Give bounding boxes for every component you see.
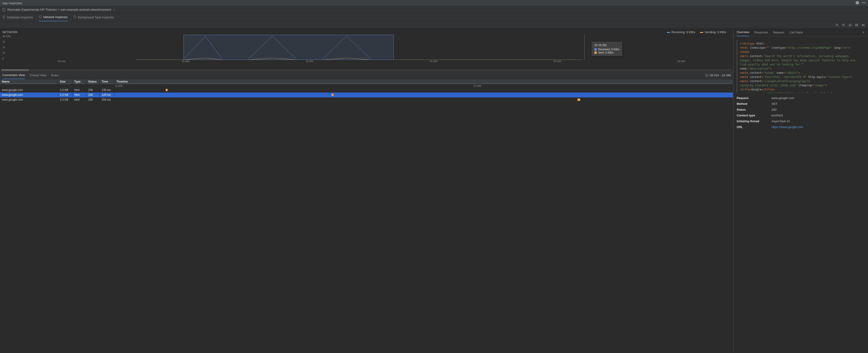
detail-value-status: 200: [771, 108, 865, 111]
selection-rect[interactable]: [184, 35, 394, 60]
detail-key-url: URL: [737, 125, 771, 129]
detail-value-request: www.google.com: [771, 96, 865, 100]
clock-icon: [705, 74, 708, 77]
inspector-tab-network-inspector[interactable]: Network Inspector: [39, 13, 68, 21]
svg-point-2: [3, 16, 5, 18]
title-bar: App Inspection: [0, 0, 868, 6]
column-header-timeline[interactable]: Timeline: [115, 79, 733, 84]
time-range-indicator: 09.918 - 18.398: [705, 73, 731, 77]
zoom-out-button[interactable]: [835, 23, 840, 28]
detail-value-initiating-thread: AsyncTask #1: [771, 120, 865, 123]
detail-key-method: Method: [737, 102, 771, 105]
legend-sending: Sending: 0 KB/s: [700, 30, 726, 34]
view-tab-connection-view[interactable]: Connection View: [2, 71, 25, 79]
inspector-tabs: Database InspectorNetwork InspectorBackg…: [0, 13, 868, 22]
zoom-in-button[interactable]: [841, 23, 846, 28]
detail-pane: OverviewResponseRequestCall Stack✕ <!doc…: [734, 29, 868, 353]
tab-label: Background Task Inspector: [78, 15, 115, 19]
detail-value-method: GET: [771, 102, 865, 105]
detail-key-content-type: Content type: [737, 114, 771, 117]
tab-label: Network Inspector: [43, 15, 68, 19]
device-icon: [2, 8, 6, 11]
detail-value-url[interactable]: https://www.google.com: [771, 125, 865, 129]
x-axis-labels: 05.00010.00015.00020.00025.00030.000: [12, 60, 731, 64]
tab-label: Database Inspector: [7, 15, 33, 19]
column-header-name[interactable]: Name: [0, 79, 58, 84]
chevron-down-icon: [113, 8, 115, 11]
jump-to-latest-button[interactable]: [861, 23, 866, 28]
column-header-type[interactable]: Type: [72, 79, 86, 84]
request-details: Requestwww.google.comMethodGETStatus200C…: [734, 96, 868, 132]
network-title: NETWORK: [2, 30, 18, 34]
detail-tabs: OverviewResponseRequestCall Stack✕: [734, 29, 868, 36]
table-row[interactable]: www.google.com2.0 KBhtml200130 ms: [0, 88, 733, 93]
column-header-size[interactable]: Size: [58, 79, 72, 84]
connection-tabs-row: Connection ViewThread ViewRules 09.918 -…: [0, 71, 733, 79]
svg-point-3: [39, 15, 41, 18]
chart-scrollbar[interactable]: [1, 69, 732, 71]
detail-key-request: Request: [737, 96, 771, 100]
network-chart[interactable]: NETWORK Receiving: 0 KB/s Sending: 0 KB/…: [0, 29, 733, 71]
svg-rect-16: [864, 24, 864, 26]
svg-point-4: [74, 16, 76, 18]
device-label: Resizable Experimental API Tiramisu > co…: [7, 8, 111, 11]
column-header-time[interactable]: Time: [100, 79, 115, 84]
table-row[interactable]: www.google.com2.3 KBhtml200204 ms: [0, 97, 733, 102]
response-body-preview[interactable]: <!doctype html><html itemscope="" itemty…: [737, 40, 865, 93]
svg-rect-1: [3, 8, 5, 11]
network-icon: [39, 15, 42, 19]
view-tab-thread-view[interactable]: Thread View: [29, 71, 46, 79]
table-row[interactable]: www.google.com2.3 KBhtml200129 ms: [0, 93, 733, 97]
legend-receiving: Receiving: 0 KB/s: [667, 30, 695, 34]
minimize-icon[interactable]: [862, 1, 866, 5]
svg-line-6: [838, 26, 839, 26]
gear-icon[interactable]: [856, 1, 859, 5]
device-selector[interactable]: Resizable Experimental API Tiramisu > co…: [0, 6, 868, 13]
close-icon[interactable]: ✕: [862, 31, 865, 34]
svg-line-9: [844, 26, 845, 26]
detail-tab-request[interactable]: Request: [773, 29, 784, 36]
detail-key-status: Status: [737, 108, 771, 111]
inspector-tab-background-task-inspector[interactable]: Background Task Inspector: [73, 13, 115, 21]
reset-zoom-button[interactable]: [847, 23, 853, 28]
window-title: App Inspection: [2, 1, 22, 5]
hover-tooltip: 00:26.092 Received: 0 KB/sSent: 0 KB/s: [592, 42, 622, 56]
view-tab-rules[interactable]: Rules: [51, 71, 59, 79]
database-icon: [2, 15, 6, 19]
svg-rect-0: [862, 3, 866, 3]
timeline-toolbar: [0, 22, 868, 29]
connections-table: NameSizeTypeStatusTimeTimeline 10.00015.…: [0, 79, 733, 353]
detail-tab-response[interactable]: Response: [754, 29, 768, 36]
column-header-status[interactable]: Status: [86, 79, 100, 84]
inspector-tab-database-inspector[interactable]: Database Inspector: [2, 13, 33, 21]
svg-rect-13: [856, 24, 858, 26]
zoom-selection-button[interactable]: [854, 23, 859, 28]
list-icon: [73, 15, 76, 19]
detail-key-initiating-thread: Initiating thread: [737, 120, 771, 123]
detail-tab-call-stack[interactable]: Call Stack: [789, 29, 803, 36]
y-axis-labels: 40 KB/s3224168: [2, 35, 11, 60]
detail-tab-overview[interactable]: Overview: [737, 29, 749, 36]
detail-value-content-type: text/html: [771, 114, 865, 117]
cursor-line: [584, 35, 585, 60]
